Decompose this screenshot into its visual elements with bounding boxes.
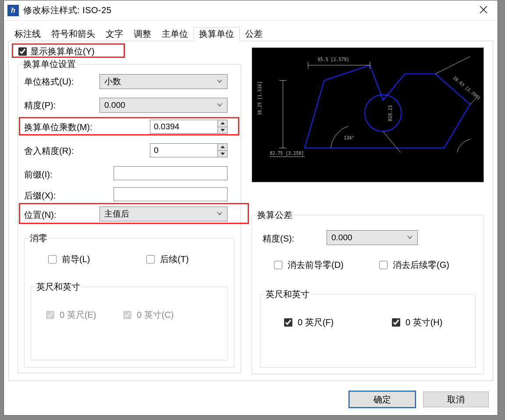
zero-feet-label: 0 英尺(E) (60, 309, 96, 321)
multiplier-input[interactable]: 0.0394 (150, 120, 228, 134)
precision-label: 精度(P): (24, 100, 56, 111)
svg-text:38.25 [1.516]: 38.25 [1.516] (257, 81, 262, 115)
precision-value: 0.000 (104, 100, 125, 110)
tol-feet-inch-group: 英尺和英寸 0 英尺(F) 0 英寸(H) (260, 294, 476, 368)
zero-feet-row: 0 英尺(E) (46, 309, 96, 321)
dimension-preview: 65.5 [2.579] 38.25 [1.516] 82.75 [3.258]… (252, 47, 484, 182)
unit-format-label: 单位格式(U): (24, 76, 74, 88)
tab-bar: 标注线 符号和箭头 文字 调整 主单位 换算单位 公差 (8, 26, 493, 41)
leading-zero-label: 前导(L) (62, 253, 90, 265)
tol-leading-checkbox[interactable] (274, 261, 282, 269)
round-spin-btns[interactable] (217, 144, 227, 157)
svg-text:134°: 134° (344, 135, 354, 140)
app-icon: h (7, 5, 19, 16)
multiplier-value: 0.0394 (154, 122, 179, 132)
tol-zero-inch-label: 0 英寸(H) (405, 317, 442, 328)
feet-inch-title: 英尺和英寸 (35, 281, 82, 293)
spin-down-icon[interactable] (218, 127, 227, 134)
client-area: 标注线 符号和箭头 文字 调整 主单位 换算单位 公差 显示换算单位(Y) 换算… (4, 21, 498, 415)
tab-lines[interactable]: 标注线 (9, 27, 46, 41)
tab-alternate-units[interactable]: 换算单位 (193, 27, 240, 41)
svg-text:R19.23: R19.23 (388, 105, 393, 121)
zero-inch-checkbox (123, 311, 132, 319)
prefix-label: 前缀(I): (24, 169, 52, 181)
trailing-zero-label: 后续(T) (160, 253, 189, 265)
suffix-input[interactable] (114, 187, 228, 201)
spin-down-icon[interactable] (218, 151, 227, 157)
zero-suppress-title: 消零 (28, 232, 49, 244)
prefix-input[interactable] (114, 166, 228, 180)
tab-text[interactable]: 文字 (100, 27, 128, 41)
show-alt-units-label: 显示换算单位(Y) (30, 46, 95, 57)
tol-trailing-checkbox[interactable] (379, 261, 388, 269)
chevron-down-icon (217, 210, 223, 217)
cancel-button[interactable]: 取消 (423, 392, 489, 407)
feet-inch-group: 英尺和英寸 0 英尺(E) 0 英寸(C) (31, 287, 228, 360)
tab-tolerance[interactable]: 公差 (240, 27, 268, 41)
svg-line-8 (383, 132, 401, 153)
tol-zero-inch-row: 0 英寸(H) (392, 317, 442, 328)
preview-svg: 65.5 [2.579] 38.25 [1.516] 82.75 [3.258]… (252, 48, 484, 182)
zero-inch-row: 0 英寸(C) (123, 309, 174, 321)
svg-line-9 (435, 57, 470, 74)
tol-zero-feet-label: 0 英尺(F) (298, 317, 334, 328)
close-icon (480, 6, 487, 14)
spin-up-icon[interactable] (218, 120, 227, 127)
tol-precision-label: 精度(S): (263, 233, 294, 245)
tol-precision-combo[interactable]: 0.000 (327, 230, 418, 245)
unit-format-combo[interactable]: 小数 (100, 74, 228, 89)
round-label: 舍入精度(R): (24, 145, 74, 157)
show-alt-units-checkbox[interactable] (18, 47, 27, 56)
leading-zero-checkbox[interactable] (48, 255, 57, 263)
dialog-buttons: 确定 取消 (349, 392, 489, 407)
suffix-label: 后缀(X): (24, 190, 56, 202)
close-button[interactable] (475, 3, 492, 16)
titlebar: h 修改标注样式: ISO-25 (4, 0, 498, 21)
alt-units-settings-group: 换算单位设置 单位格式(U): 小数 精度(P): 0.000 换算单位乘数(M… (18, 64, 241, 373)
placement-combo[interactable]: 主值后 (100, 206, 228, 221)
multiplier-spin-btns[interactable] (217, 120, 227, 133)
tol-zero-inch-checkbox[interactable] (392, 318, 400, 327)
chevron-down-icon (217, 102, 223, 108)
tol-trailing-row: 消去后续零(G) (379, 259, 449, 271)
tol-precision-value: 0.000 (331, 233, 352, 242)
tol-leading-row: 消去前导零(D) (274, 259, 344, 271)
placement-label: 位置(N): (24, 209, 56, 221)
round-value: 0 (154, 146, 159, 155)
tol-zero-feet-row: 0 英尺(F) (284, 317, 334, 328)
alt-tolerance-group: 换算公差 精度(S): 0.000 消去前导零(D) 消去后续零(G) 英尺和英… (252, 215, 484, 374)
show-alt-units-row: 显示换算单位(Y) (17, 46, 95, 57)
tab-primary-units[interactable]: 主单位 (156, 27, 193, 41)
precision-combo[interactable]: 0.000 (100, 98, 228, 113)
tol-feet-inch-title: 英尺和英寸 (264, 288, 311, 300)
alt-tolerance-title: 换算公差 (256, 209, 294, 221)
tol-leading-label: 消去前导零(D) (288, 259, 344, 271)
tol-zero-feet-checkbox[interactable] (284, 318, 292, 327)
tab-fit[interactable]: 调整 (128, 27, 156, 41)
window-title: 修改标注样式: ISO-25 (23, 4, 111, 16)
round-input[interactable]: 0 (150, 143, 228, 157)
tab-arrows[interactable]: 符号和箭头 (46, 27, 100, 41)
trailing-zero-row: 后续(T) (146, 253, 189, 265)
tab-panel: 显示换算单位(Y) 换算单位设置 单位格式(U): 小数 精度(P): 0.00… (8, 41, 493, 381)
svg-text:28.93 [2.395]: 28.93 [2.395] (452, 75, 481, 101)
tol-trailing-label: 消去后续零(G) (393, 259, 449, 271)
svg-text:82.75 [3.258]: 82.75 [3.258] (270, 151, 304, 156)
unit-format-value: 小数 (104, 76, 121, 87)
zero-inch-label: 0 英寸(C) (137, 309, 174, 321)
chevron-down-icon (217, 78, 223, 84)
ok-button[interactable]: 确定 (349, 392, 415, 407)
svg-text:65.5 [2.579]: 65.5 [2.579] (318, 57, 349, 62)
placement-value: 主值后 (104, 208, 129, 220)
leading-zero-row: 前导(L) (48, 253, 90, 265)
zero-suppress-group: 消零 前导(L) 后续(T) 英尺和英寸 0 英尺(E) (24, 238, 235, 368)
spin-up-icon[interactable] (218, 144, 227, 151)
trailing-zero-checkbox[interactable] (146, 255, 155, 263)
chevron-down-icon (407, 234, 413, 240)
alt-units-settings-title: 换算单位设置 (21, 58, 78, 70)
dialog-window: h 修改标注样式: ISO-25 标注线 符号和箭头 文字 调整 主单位 换算单… (4, 0, 498, 416)
multiplier-label: 换算单位乘数(M): (24, 121, 92, 133)
zero-feet-checkbox (46, 311, 54, 319)
